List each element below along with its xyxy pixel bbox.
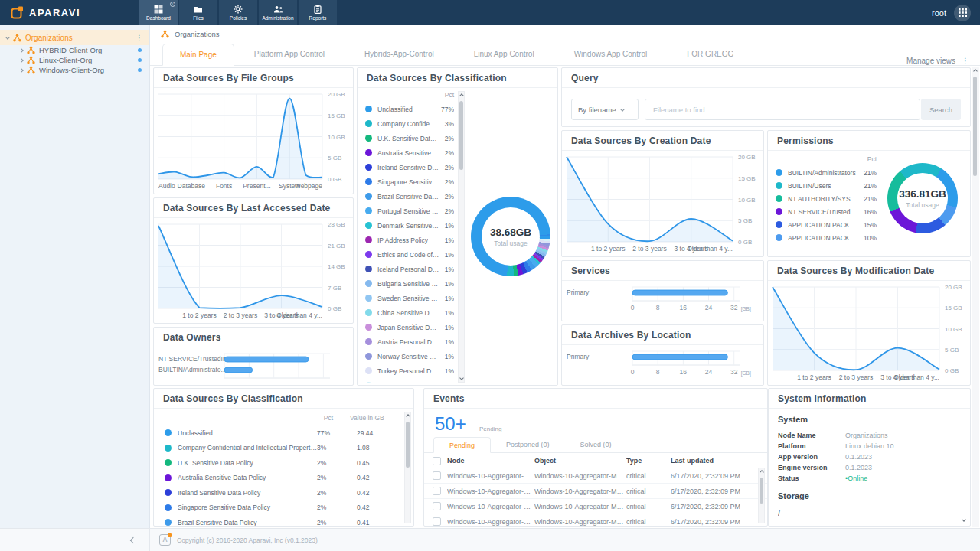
row-checkbox[interactable] xyxy=(433,471,441,480)
system-field-row: Node NameOrganizations xyxy=(778,430,961,441)
scroll-down-icon[interactable] xyxy=(459,376,464,380)
event-row[interactable]: Windows-10-Aggregator-MySqWindows-10-Agg… xyxy=(424,468,767,483)
disk-size-row: Disk Size 29 GB xyxy=(778,523,961,526)
scroll-up-icon[interactable] xyxy=(760,470,764,474)
pct-column-header: Pct xyxy=(776,155,877,163)
nav-reports[interactable]: Reports xyxy=(299,0,337,25)
scrollbar-thumb[interactable] xyxy=(406,422,410,468)
classification-table-scrollbar[interactable] xyxy=(404,412,411,523)
c-services-svg: 08162432[GB]Primary xyxy=(565,282,760,318)
apps-grid-button[interactable] xyxy=(954,5,971,21)
nav-policies[interactable]: Policies xyxy=(219,0,257,25)
scrollbar-thumb[interactable] xyxy=(760,478,763,504)
scrollbar-thumb[interactable] xyxy=(973,77,977,176)
svg-text:8: 8 xyxy=(656,368,660,376)
nav-dashboard[interactable]: i Dashboard xyxy=(139,0,178,25)
svg-text:[GB]: [GB] xyxy=(741,306,751,312)
sidebar-item-windows-client-org[interactable]: Windows-Client-Org xyxy=(0,65,149,75)
scroll-up-icon[interactable] xyxy=(973,69,978,73)
query-filter-dropdown[interactable]: By filename xyxy=(571,99,639,120)
svg-text:5 GB: 5 GB xyxy=(738,217,752,224)
file-groups-line-chart: 20 GB15 GB10 GB5 GB0 GBAudioDatabaseFont… xyxy=(157,90,350,191)
kebab-menu-icon[interactable]: ⋮ xyxy=(962,57,969,65)
tab-pending[interactable]: Pending xyxy=(433,437,491,453)
classification-legend-item: Ireland Sensitive Data...2% xyxy=(365,160,454,174)
classification-legend-item: Turkey Personal Data ...1% xyxy=(365,364,454,378)
legend-color-dot xyxy=(365,367,372,374)
c-archives-svg: 08162432[GB]Primary xyxy=(565,347,760,382)
copyright-text: Copyright (c) 2016-2020 Aparavi, Inc (v0… xyxy=(177,536,318,544)
classification-table-row: Company Confidential and Intellectual Pr… xyxy=(154,441,397,456)
pct-column-header: Pct xyxy=(310,414,333,422)
system-field-value: 0.1.2023 xyxy=(845,453,872,461)
tab-platform-app-control[interactable]: Platform App Control xyxy=(234,43,345,65)
panel-title: Permissions xyxy=(768,131,970,151)
main-scrollbar[interactable] xyxy=(972,67,979,527)
row-checkbox[interactable] xyxy=(433,502,441,510)
breadcrumb-label[interactable]: Organizations xyxy=(175,30,220,38)
manage-views-button[interactable]: Manage views ⋮ xyxy=(906,57,980,65)
panel-title: Data Archives By Location xyxy=(562,325,763,345)
tab-hybrids-app-control[interactable]: Hybrids-App-Control xyxy=(345,43,454,65)
org-node-icon xyxy=(27,66,35,74)
event-row[interactable]: Windows-10-Aggregator-MySqWindows-10-Agg… xyxy=(424,498,767,514)
chevron-right-icon[interactable] xyxy=(19,48,24,53)
svg-text:0 GB: 0 GB xyxy=(738,239,752,246)
sysinfo-scrollbar[interactable] xyxy=(961,412,968,523)
svg-text:15 GB: 15 GB xyxy=(738,175,756,182)
svg-text:0: 0 xyxy=(631,368,635,376)
svg-text:Fonts: Fonts xyxy=(216,182,232,190)
chevron-down-icon[interactable] xyxy=(5,35,10,40)
search-button[interactable]: Search xyxy=(921,99,961,120)
sidebar-item-organizations[interactable]: Organizations ⋮ xyxy=(0,30,149,45)
tab-postponed[interactable]: Postponed (0) xyxy=(491,436,565,452)
chevron-right-icon[interactable] xyxy=(19,58,24,63)
panel-title: Services xyxy=(562,261,763,281)
row-checkbox[interactable] xyxy=(433,487,441,495)
sidebar-item-hybrid-client-org[interactable]: HYBRID-Client-Org xyxy=(0,45,149,55)
svg-text:20 GB: 20 GB xyxy=(945,284,962,291)
total-usage-label: Total usage xyxy=(494,240,527,247)
panel-file-groups: Data Sources By File Groups 20 GB15 GB10… xyxy=(153,67,354,194)
legend-color-dot xyxy=(776,221,782,228)
scroll-down-icon[interactable] xyxy=(962,517,966,522)
tab-for-gregg[interactable]: FOR GREGG xyxy=(667,43,753,65)
scrollbar-thumb[interactable] xyxy=(459,101,463,170)
legend-color-dot xyxy=(365,382,372,383)
tab-main-page[interactable]: Main Page xyxy=(162,44,234,66)
status-dot xyxy=(138,58,142,62)
event-row[interactable]: Windows-10-Aggregator-MySqWindows-10-Agg… xyxy=(424,483,767,498)
legend-color-dot xyxy=(365,295,372,302)
legend-color-dot xyxy=(365,106,372,112)
event-row[interactable]: Windows-10-Aggregator-MySqWindows-10-Agg… xyxy=(424,514,767,526)
tab-linux-app-control[interactable]: Linux App Control xyxy=(454,43,554,65)
collapse-sidebar-icon[interactable] xyxy=(130,536,136,543)
panel-title: System Information xyxy=(769,389,970,409)
scroll-up-icon[interactable] xyxy=(459,93,464,98)
panel-title: Data Sources By Last Accessed Date xyxy=(154,198,353,218)
classification-legend-item: U.K. Sensitive Data P...2% xyxy=(365,131,454,145)
select-all-checkbox[interactable] xyxy=(433,457,441,465)
chevron-right-icon[interactable] xyxy=(19,68,24,73)
kebab-menu-icon[interactable]: ⋮ xyxy=(136,34,143,42)
classification-legend-item: Singapore Sensitive D...2% xyxy=(365,174,454,189)
row-checkbox[interactable] xyxy=(433,517,441,526)
org-node-icon xyxy=(27,46,35,54)
svg-text:0 GB: 0 GB xyxy=(328,176,341,183)
user-name[interactable]: root xyxy=(932,8,946,18)
scroll-up-icon[interactable] xyxy=(406,414,410,419)
tab-solved[interactable]: Solved (0) xyxy=(565,436,627,452)
events-table-scrollbar[interactable] xyxy=(758,468,765,523)
svg-text:8: 8 xyxy=(656,304,660,311)
nav-files[interactable]: Files xyxy=(179,0,217,25)
nav-administration[interactable]: Administration xyxy=(259,0,297,25)
folder-icon xyxy=(194,5,203,14)
classification-list-scrollbar[interactable] xyxy=(458,91,465,383)
panel-title: Data Sources By Classification xyxy=(154,389,413,409)
org-node-icon xyxy=(161,30,169,38)
query-search-input[interactable] xyxy=(645,99,920,120)
tab-windows-app-control[interactable]: Windows App Control xyxy=(554,43,668,65)
sidebar-item-linux-client-org[interactable]: Linux-Client-Org xyxy=(0,55,149,65)
legend-color-dot xyxy=(776,208,782,215)
svg-text:15: 15 xyxy=(246,381,253,382)
